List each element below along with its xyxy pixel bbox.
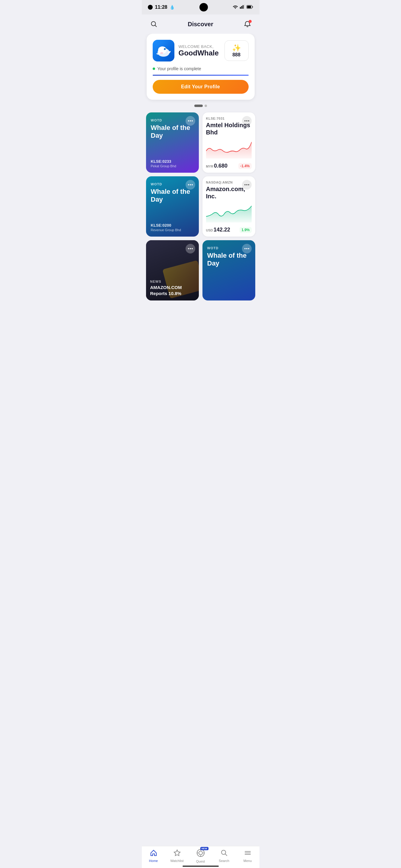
bottom-nav: Home Watchlist NEW Quest (142, 846, 259, 849)
dew-icon: 💧 (170, 5, 175, 10)
svg-point-13 (188, 120, 189, 121)
stock-price-amazon: USD142.22 (206, 227, 230, 233)
wotd-card-2[interactable]: WOTD Whale of the Day KLSE:0200 Revenue … (146, 176, 199, 237)
svg-point-20 (190, 184, 191, 185)
svg-point-17 (246, 120, 248, 121)
notification-badge (249, 20, 252, 23)
page-title: Discover (164, 21, 238, 28)
front-camera (199, 3, 208, 11)
wotd-tag-1: WOTD (151, 119, 162, 122)
stock-currency-amtel: MYR (206, 164, 213, 168)
profile-status-text: Your profile is complete (157, 66, 201, 71)
signal-icon (240, 4, 245, 10)
edit-profile-button[interactable]: Edit Your Profile (153, 80, 249, 94)
news-label: NEWS (150, 280, 195, 283)
wotd-company-1: Pekat Group Bhd (151, 164, 194, 168)
stock-price-amtel: MYR0.680 (206, 163, 228, 169)
svg-point-11 (165, 49, 165, 50)
news-title: AMAZON.COM Reports 10.8% (150, 284, 195, 296)
svg-rect-3 (244, 4, 245, 9)
svg-point-15 (192, 120, 193, 121)
news-card-amazon[interactable]: NEWS AMAZON.COM Reports 10.8% (146, 240, 199, 301)
stock-bottom-amtel: MYR0.680 -1.4% (206, 163, 252, 169)
card-more-button-amtel[interactable] (242, 116, 252, 126)
wotd-card-3[interactable]: WOTD Whale of the Day (202, 240, 255, 301)
stock-chart-amtel (206, 141, 252, 158)
svg-point-28 (245, 248, 246, 249)
svg-point-24 (248, 184, 249, 185)
svg-point-23 (246, 184, 248, 185)
card-more-button-3[interactable] (242, 244, 252, 253)
wotd-card-1[interactable]: WOTD Whale of the Day KLSE:0233 Pekat Gr… (146, 113, 199, 173)
card-more-button-news[interactable] (185, 244, 195, 253)
status-icons (233, 4, 253, 10)
cards-grid: WOTD Whale of the Day KLSE:0233 Pekat Gr… (142, 113, 259, 301)
stock-card-amtel[interactable]: KLSE:7031 Amtel Holdings Bhd (202, 113, 255, 173)
profile-card: WELCOME BACK, GoodWhale ✨ 888 Your profi… (147, 34, 255, 100)
svg-point-14 (190, 120, 191, 121)
svg-point-16 (245, 120, 246, 121)
status-dot (153, 67, 155, 70)
profile-top: WELCOME BACK, GoodWhale ✨ 888 (153, 40, 249, 61)
svg-point-26 (190, 248, 191, 249)
profile-name: GoodWhale (179, 49, 219, 57)
stock-currency-amazon: USD (206, 228, 213, 232)
profile-text: WELCOME BACK, GoodWhale (179, 44, 219, 57)
card-more-button-1[interactable] (185, 116, 195, 126)
stock-change-amtel: -1.4% (238, 163, 251, 169)
stock-bottom-amazon: USD142.22 1.9% (206, 227, 252, 233)
svg-rect-2 (242, 5, 244, 9)
svg-point-18 (248, 120, 249, 121)
svg-rect-1 (241, 6, 242, 9)
wotd-tag-2: WOTD (151, 182, 162, 186)
news-content: NEWS AMAZON.COM Reports 10.8% (150, 280, 195, 296)
wotd-title-1: Whale of the Day (151, 124, 194, 140)
svg-point-22 (245, 184, 246, 185)
svg-point-27 (192, 248, 193, 249)
svg-rect-5 (247, 6, 251, 8)
wotd-title-2: Whale of the Day (151, 188, 194, 204)
profile-left: WELCOME BACK, GoodWhale (153, 40, 219, 61)
svg-point-29 (246, 248, 248, 249)
wotd-bottom-2: KLSE:0200 Revenue Group Bhd (151, 216, 194, 232)
stars-badge: ✨ 888 (225, 40, 249, 61)
stock-change-amazon: 1.9% (239, 227, 251, 233)
wotd-ticker-2: KLSE:0200 (151, 223, 194, 227)
wotd-title-3: Whale of the Day (207, 252, 251, 268)
svg-point-25 (188, 248, 189, 249)
header: Discover (142, 14, 259, 34)
battery-icon (247, 4, 253, 10)
wotd-bottom-1: KLSE:0233 Pekat Group Bhd (151, 152, 194, 168)
dot-2 (205, 104, 207, 107)
svg-rect-0 (240, 7, 241, 9)
wotd-company-2: Revenue Group Bhd (151, 228, 194, 232)
svg-point-19 (188, 184, 189, 185)
card-more-button-amazon[interactable] (242, 180, 252, 190)
wifi-icon (233, 4, 238, 10)
svg-point-21 (192, 184, 193, 185)
wotd-ticker-1: KLSE:0233 (151, 159, 194, 164)
notification-button[interactable] (241, 18, 254, 30)
status-time: 11:28 (155, 4, 168, 10)
camera-dot (148, 5, 153, 10)
dot-1 (194, 104, 203, 107)
stock-card-amazon[interactable]: NASDAQ:AMZN Amazon.com, Inc. (202, 176, 255, 237)
stars-icon: ✨ (230, 44, 244, 52)
main-content: WELCOME BACK, GoodWhale ✨ 888 Your profi… (142, 34, 259, 849)
quest-new-badge: NEW (200, 847, 208, 849)
profile-status-row: Your profile is complete (153, 66, 249, 71)
profile-divider (153, 75, 249, 76)
search-button[interactable] (148, 18, 160, 30)
welcome-label: WELCOME BACK, (179, 44, 219, 49)
pagination-dots (142, 104, 259, 107)
stars-count: 888 (232, 52, 240, 57)
svg-point-12 (160, 52, 163, 54)
svg-point-30 (248, 248, 249, 249)
card-more-button-2[interactable] (185, 180, 195, 190)
avatar (153, 40, 174, 61)
wotd-tag-3: WOTD (207, 246, 219, 250)
status-bar: 11:28 💧 (142, 0, 259, 14)
stock-chart-amazon (206, 204, 252, 222)
